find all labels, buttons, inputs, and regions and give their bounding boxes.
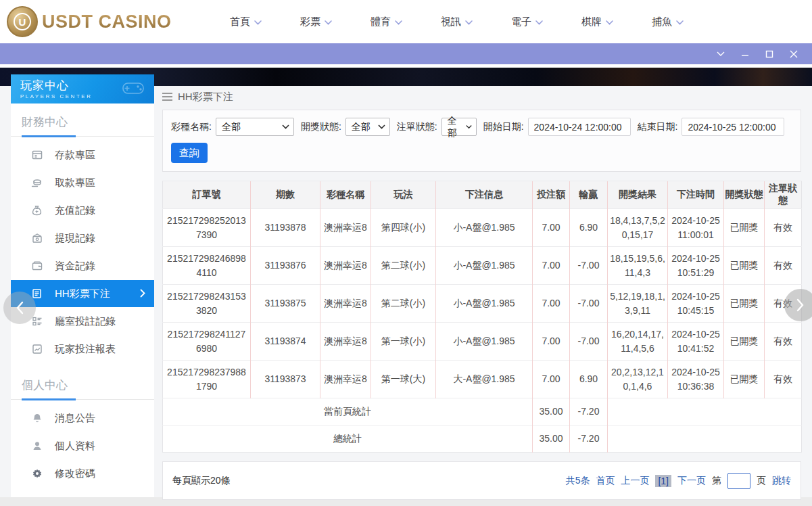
main-nav: 首頁 彩票 體育 視訊 電子 棋牌 [211, 16, 703, 28]
sidebar-item-cashout-record[interactable]: 提現記錄 [11, 225, 154, 252]
col-draw-status: 開獎狀態 [724, 181, 765, 209]
sidebar-item-recharge-record[interactable]: 充值記錄 [11, 197, 154, 224]
table-row: 215217298241127698031193874 澳洲幸运8第一球(小) … [163, 323, 802, 361]
sidebar-item-announcements[interactable]: 消息公告 [11, 405, 154, 432]
col-order-id: 訂單號 [163, 181, 251, 209]
sidebar-item-deposit[interactable]: 存款專區 [11, 141, 154, 168]
nav-item-live[interactable]: 視訊 [422, 16, 492, 28]
col-play-type: 玩法 [371, 181, 436, 209]
window-titlebar [0, 43, 812, 64]
chevron-down-icon [717, 51, 725, 57]
sidebar-header: 玩家中心 PLAYERS CENTER [11, 74, 154, 104]
sidebar-item-player-bet-report[interactable]: 玩家投注報表 [11, 336, 154, 363]
app-window: U USDT CASINO 首頁 彩票 體育 視訊 電子 [0, 0, 812, 506]
col-draw-result: 開獎結果 [608, 181, 668, 209]
lottery-name-select[interactable]: 全部 [216, 118, 294, 136]
chevron-right-icon [140, 288, 145, 300]
nav-item-home[interactable]: 首頁 [211, 16, 281, 28]
nav-item-slots[interactable]: 電子 [492, 16, 563, 28]
sidebar: 玩家中心 PLAYERS CENTER 財務中心 存款專區 取款專區 充值記錄 … [11, 74, 154, 497]
col-lottery-name: 彩種名稱 [320, 181, 371, 209]
content-area: HH彩票下注 彩種名稱: 全部 開獎狀態: 全部 注單狀態: 全部 [162, 89, 801, 500]
withdraw-icon [31, 177, 43, 188]
chevron-down-icon [282, 124, 289, 129]
chevron-down-icon [676, 20, 684, 25]
scroll-right-button[interactable] [784, 289, 812, 321]
logo-badge-icon: U [7, 6, 38, 37]
logo[interactable]: U USDT CASINO [7, 6, 172, 37]
table-row: 215217298243153382031193875 澳洲幸运8第二球(小) … [163, 285, 802, 323]
start-date-input[interactable] [528, 118, 631, 136]
col-bet-time: 下注時間 [668, 181, 724, 209]
grand-total-summary-row: 總統計 35.00 -7.20 [163, 426, 802, 453]
next-page-link[interactable]: 下一页 [677, 475, 706, 487]
close-icon [790, 50, 798, 58]
chevron-down-icon [254, 20, 262, 25]
cashout-record-icon [31, 233, 43, 244]
page-jump-input[interactable] [727, 473, 750, 489]
sidebar-item-withdraw[interactable]: 取款專區 [11, 169, 154, 196]
summary-label: 總統計 [163, 426, 533, 453]
chevron-down-icon [465, 20, 473, 25]
draw-status-select[interactable]: 全部 [345, 118, 390, 136]
summary-bet-total: 35.00 [533, 426, 570, 453]
summary-label: 當前頁統計 [163, 398, 533, 426]
jump-prefix-text: 第 [712, 475, 721, 487]
deposit-icon [31, 150, 43, 160]
sidebar-item-profile[interactable]: 個人資料 [11, 432, 154, 459]
personal-menu: 消息公告 個人資料 修改密碼 [11, 400, 154, 491]
nav-item-fishing[interactable]: 捕魚 [633, 16, 703, 28]
end-date-label: 結束日期: [638, 121, 678, 133]
minimize-button[interactable] [736, 47, 754, 62]
hamburger-icon[interactable] [162, 93, 172, 101]
top-header: U USDT CASINO 首頁 彩票 體育 視訊 電子 [0, 0, 812, 43]
report-icon [31, 344, 43, 354]
lottery-bet-icon [31, 288, 43, 299]
chevron-down-button[interactable] [712, 47, 730, 62]
total-count-text: 共5条 [566, 475, 590, 487]
summary-winloss-total: -7.20 [570, 398, 608, 426]
chevron-down-icon [535, 20, 543, 25]
sidebar-item-change-password[interactable]: 修改密碼 [11, 460, 154, 487]
table-header-row: 訂單號 期數 彩種名稱 玩法 下注信息 投注額 輸贏 開獎結果 下注時間 開獎狀… [163, 181, 802, 209]
current-page-indicator: [1] [655, 475, 671, 487]
page-title: HH彩票下注 [178, 91, 233, 104]
summary-winloss-total: -7.20 [570, 426, 608, 453]
table-row: 215217298246898411031193876 澳洲幸运8第二球(小) … [163, 247, 802, 285]
gear-icon [31, 468, 43, 479]
profile-icon [31, 440, 43, 451]
first-page-link[interactable]: 首页 [596, 475, 615, 487]
section-title-personal: 個人中心 [11, 367, 154, 399]
pagination-controls: 共5条 首页 上一页 [1] 下一页 第 页 跳转 [566, 473, 791, 489]
search-button[interactable]: 查詢 [171, 143, 208, 163]
logo-text: USDT CASINO [42, 12, 172, 32]
chevron-down-icon [325, 20, 332, 25]
finance-menu: 存款專區 取款專區 充值記錄 提現記錄 資金記錄 HH彩票下注 [11, 137, 154, 367]
current-page-summary-row: 當前頁統計 35.00 -7.20 [163, 398, 802, 426]
table-row: 215217298252013739031193878 澳洲幸运8第四球(小) … [163, 209, 802, 247]
sidebar-item-funds-record[interactable]: 資金記錄 [11, 252, 154, 279]
funds-record-icon [31, 260, 43, 271]
col-bet-amount: 投注額 [533, 181, 570, 209]
nav-item-sports[interactable]: 體育 [352, 16, 422, 28]
close-button[interactable] [785, 47, 803, 62]
table-row: 215217298237988179031193873 澳洲幸运8第一球(大) … [163, 361, 802, 398]
col-winloss: 輸贏 [570, 181, 608, 209]
section-title-agent: 代理中心 [11, 491, 154, 497]
scroll-left-button[interactable] [3, 292, 36, 324]
order-status-select[interactable]: 全部 [441, 118, 477, 136]
summary-bet-total: 35.00 [533, 398, 570, 426]
prev-page-link[interactable]: 上一页 [621, 475, 649, 487]
nav-item-lottery[interactable]: 彩票 [281, 16, 352, 28]
lottery-name-label: 彩種名稱: [171, 121, 212, 133]
start-date-label: 開始日期: [483, 121, 524, 133]
maximize-button[interactable] [761, 47, 778, 62]
breadcrumb: HH彩票下注 [162, 89, 801, 105]
chevron-down-icon [606, 20, 613, 25]
nav-item-cards[interactable]: 棋牌 [563, 16, 633, 28]
maximize-icon [765, 50, 773, 58]
chevron-left-icon [16, 301, 24, 315]
chevron-right-icon [796, 298, 805, 312]
jump-button[interactable]: 跳转 [772, 475, 791, 487]
end-date-input[interactable] [682, 118, 784, 136]
